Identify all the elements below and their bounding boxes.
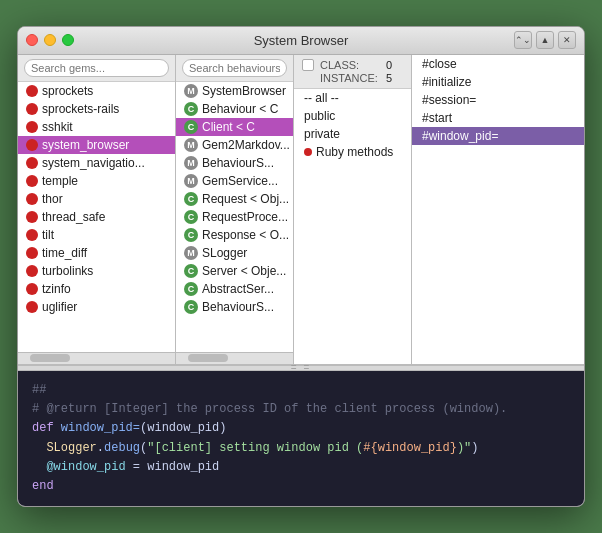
- badge-m: M: [184, 138, 198, 152]
- gems-scrollbar-thumb[interactable]: [30, 354, 70, 362]
- list-item[interactable]: CBehaviourS...: [176, 298, 293, 316]
- up-button[interactable]: ▲: [536, 31, 554, 49]
- gem-icon: [26, 157, 38, 169]
- code-line-end: end: [32, 477, 570, 496]
- list-item[interactable]: CResponse < O...: [176, 226, 293, 244]
- close-button[interactable]: [26, 34, 38, 46]
- list-item-selected[interactable]: CClient < C: [176, 118, 293, 136]
- filter-all[interactable]: -- all --: [294, 89, 411, 107]
- window-title: System Browser: [254, 33, 349, 48]
- methods-pane: #close #initialize #session= #start #win…: [412, 55, 584, 364]
- code-line-comment1: ##: [32, 381, 570, 400]
- class-label: CLASS:: [320, 59, 380, 71]
- list-item[interactable]: tzinfo: [18, 280, 175, 298]
- class-row: CLASS: 0: [302, 59, 403, 71]
- gems-search-input[interactable]: [24, 59, 169, 77]
- list-item[interactable]: sshkit: [18, 118, 175, 136]
- badge-m: M: [184, 246, 198, 260]
- gem-icon: [26, 193, 38, 205]
- list-item[interactable]: CRequest < Obj...: [176, 190, 293, 208]
- badge-c: C: [184, 210, 198, 224]
- list-item[interactable]: turbolinks: [18, 262, 175, 280]
- badge-c: C: [184, 282, 198, 296]
- behaviours-search-container: [176, 55, 293, 82]
- code-line-def: def window_pid=(window_pid): [32, 419, 570, 438]
- gems-list: sprockets sprockets-rails sshkit system_…: [18, 82, 175, 352]
- gem-icon: [26, 247, 38, 259]
- gem-icon: [26, 121, 38, 133]
- filter-list: -- all -- public private Ruby methods: [294, 89, 411, 364]
- badge-c: C: [184, 120, 198, 134]
- behaviours-scrollbar[interactable]: [176, 352, 293, 364]
- instance-label: INSTANCE:: [320, 72, 380, 84]
- main-content: sprockets sprockets-rails sshkit system_…: [18, 55, 584, 506]
- method-start[interactable]: #start: [412, 109, 584, 127]
- code-line-body2: @window_pid = window_pid: [32, 458, 570, 477]
- method-session[interactable]: #session=: [412, 91, 584, 109]
- filter-public[interactable]: public: [294, 107, 411, 125]
- method-window-pid[interactable]: #window_pid=: [412, 127, 584, 145]
- code-line-comment2: # @return [Integer] the process ID of th…: [32, 400, 570, 419]
- code-line-body1: SLogger.debug("[client] setting window p…: [32, 439, 570, 458]
- gem-icon: [26, 229, 38, 241]
- class-value: 0: [386, 59, 392, 71]
- close-x-button[interactable]: ✕: [558, 31, 576, 49]
- list-item[interactable]: MSystemBrowser: [176, 82, 293, 100]
- badge-c: C: [184, 228, 198, 242]
- behaviours-search-input[interactable]: [182, 59, 287, 77]
- list-item[interactable]: MGem2Markdov...: [176, 136, 293, 154]
- maximize-button[interactable]: [62, 34, 74, 46]
- method-close[interactable]: #close: [412, 55, 584, 73]
- class-checkbox[interactable]: [302, 59, 314, 71]
- gem-icon: [26, 139, 38, 151]
- method-initialize[interactable]: #initialize: [412, 73, 584, 91]
- list-item[interactable]: tilt: [18, 226, 175, 244]
- list-item[interactable]: temple: [18, 172, 175, 190]
- badge-m: M: [184, 84, 198, 98]
- list-item[interactable]: thor: [18, 190, 175, 208]
- gems-scrollbar[interactable]: [18, 352, 175, 364]
- list-item[interactable]: MBehaviourS...: [176, 154, 293, 172]
- ruby-bullet-icon: [304, 148, 312, 156]
- gem-icon: [26, 103, 38, 115]
- methods-list: #close #initialize #session= #start #win…: [412, 55, 584, 364]
- list-item[interactable]: MSLogger: [176, 244, 293, 262]
- behaviours-list: MSystemBrowser CBehaviour < C CClient < …: [176, 82, 293, 352]
- panes-area: sprockets sprockets-rails sshkit system_…: [18, 55, 584, 365]
- minimize-button[interactable]: [44, 34, 56, 46]
- badge-c: C: [184, 264, 198, 278]
- list-item-selected[interactable]: system_browser: [18, 136, 175, 154]
- code-area: ## # @return [Integer] the process ID of…: [18, 371, 584, 506]
- gem-icon: [26, 301, 38, 313]
- list-item[interactable]: time_diff: [18, 244, 175, 262]
- gems-search-container: [18, 55, 175, 82]
- list-item[interactable]: sprockets: [18, 82, 175, 100]
- gem-icon: [26, 85, 38, 97]
- list-item[interactable]: CServer < Obje...: [176, 262, 293, 280]
- gem-icon: [26, 175, 38, 187]
- badge-c: C: [184, 300, 198, 314]
- badge-c: C: [184, 192, 198, 206]
- list-item[interactable]: thread_safe: [18, 208, 175, 226]
- filter-pane: CLASS: 0 INSTANCE: 5 -- all -- public pr…: [294, 55, 412, 364]
- gems-pane: sprockets sprockets-rails sshkit system_…: [18, 55, 176, 364]
- class-instance-bar: CLASS: 0 INSTANCE: 5: [294, 55, 411, 89]
- title-icon-buttons: ⌃⌄ ▲ ✕: [514, 31, 576, 49]
- list-item[interactable]: CAbstractSer...: [176, 280, 293, 298]
- filter-ruby-methods[interactable]: Ruby methods: [294, 143, 411, 161]
- badge-c: C: [184, 102, 198, 116]
- instance-row: INSTANCE: 5: [302, 72, 403, 84]
- list-item[interactable]: uglifier: [18, 298, 175, 316]
- badge-m: M: [184, 174, 198, 188]
- list-item[interactable]: system_navigatio...: [18, 154, 175, 172]
- list-item[interactable]: sprockets-rails: [18, 100, 175, 118]
- list-item[interactable]: CBehaviour < C: [176, 100, 293, 118]
- gem-icon: [26, 265, 38, 277]
- list-item[interactable]: MGemService...: [176, 172, 293, 190]
- behaviours-scrollbar-thumb[interactable]: [188, 354, 228, 362]
- behaviours-pane: MSystemBrowser CBehaviour < C CClient < …: [176, 55, 294, 364]
- gem-icon: [26, 211, 38, 223]
- filter-private[interactable]: private: [294, 125, 411, 143]
- list-item[interactable]: CRequestProce...: [176, 208, 293, 226]
- nav-arrows-button[interactable]: ⌃⌄: [514, 31, 532, 49]
